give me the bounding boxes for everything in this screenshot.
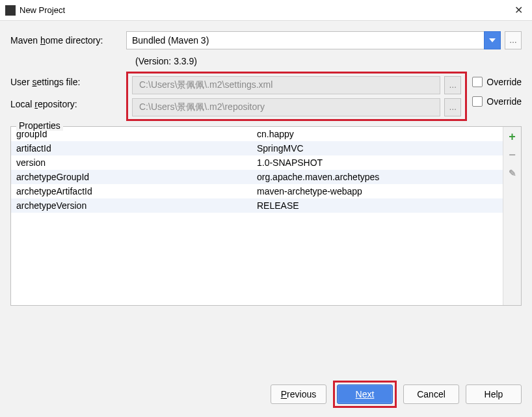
maven-home-combo[interactable]: Bundled (Maven 3) (126, 31, 485, 49)
maven-version-text: (Version: 3.3.9) (126, 53, 522, 72)
table-row[interactable]: archetypeGroupId org.apache.maven.archet… (11, 170, 503, 184)
settings-file-label: User settings file: (10, 77, 126, 87)
settings-override-label: Override (486, 77, 522, 87)
table-row[interactable]: artifactId SpringMVC (11, 141, 503, 155)
repo-override-label: Override (486, 96, 522, 107)
app-icon (5, 5, 16, 16)
help-button[interactable]: Help (466, 384, 522, 404)
properties-legend: Properties (16, 120, 63, 131)
previous-button[interactable]: Previous (271, 384, 326, 404)
edit-property-icon[interactable]: ✎ (507, 167, 518, 179)
local-repo-browse-button[interactable]: … (444, 98, 461, 116)
settings-override-checkbox[interactable] (472, 77, 483, 87)
local-repo-input: C:\Users\景佩佩\.m2\repository (132, 98, 440, 116)
maven-home-label: Maven home directory: (10, 35, 126, 46)
repo-override-checkbox[interactable] (472, 96, 483, 107)
maven-home-value: Bundled (Maven 3) (132, 35, 209, 46)
table-empty-area (11, 213, 503, 305)
cancel-button[interactable]: Cancel (403, 384, 459, 404)
titlebar: New Project ✕ (0, 0, 532, 21)
table-row[interactable]: version 1.0-SNAPSHOT (11, 155, 503, 170)
highlighted-paths-box: C:\Users\景佩佩\.m2\settings.xml … C:\Users… (126, 72, 467, 121)
next-button-highlight: Next (333, 381, 397, 408)
combo-dropdown-icon[interactable] (484, 31, 501, 49)
properties-fieldset: Properties groupId cn.happy artifactId S… (10, 126, 522, 306)
window-title: New Project (20, 5, 65, 15)
next-button[interactable]: Next (337, 384, 393, 404)
local-repo-label: Local repository: (10, 99, 126, 109)
table-row[interactable]: archetypeVersion RELEASE (11, 198, 503, 213)
close-icon[interactable]: ✕ (511, 4, 527, 16)
table-row[interactable]: archetypeArtifactId maven-archetype-weba… (11, 184, 503, 198)
properties-table[interactable]: groupId cn.happy artifactId SpringMVC ve… (11, 127, 503, 305)
settings-browse-button[interactable]: … (444, 76, 461, 94)
remove-property-icon[interactable]: − (507, 149, 518, 161)
settings-file-input: C:\Users\景佩佩\.m2\settings.xml (132, 76, 440, 94)
table-row[interactable]: groupId cn.happy (11, 127, 503, 141)
maven-home-browse-button[interactable]: … (505, 31, 522, 49)
add-property-icon[interactable]: + (507, 131, 518, 142)
